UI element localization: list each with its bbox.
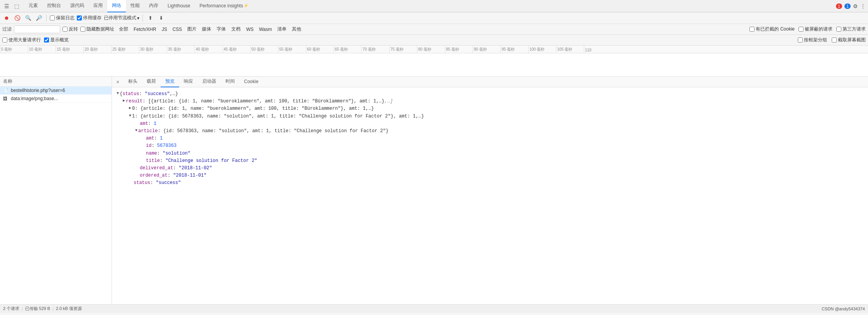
- cache-input[interactable]: [77, 15, 82, 20]
- options-bar: 使用大量请求行 显示概览 按框架分组 截取屏幕截图: [0, 35, 868, 46]
- timeline-tick: 105 毫秒: [556, 46, 584, 53]
- filter-other[interactable]: 其他: [290, 25, 303, 33]
- tab-network[interactable]: 网络: [107, 0, 126, 12]
- filter-manifest[interactable]: 清单: [275, 25, 289, 33]
- timeline-tick: 110: [584, 46, 612, 53]
- filter-input[interactable]: [14, 26, 60, 33]
- top-nav: ☰ ⬚ 元素 控制台 源代码 应用 网络 性能 内存 Lighthouse Pe…: [0, 0, 868, 12]
- tab-lighthouse[interactable]: Lighthouse: [163, 0, 195, 12]
- export-button[interactable]: ⬇: [157, 14, 165, 22]
- detail-tabs: × 标头 载荷 预览 响应 启动器 时间 Cookie: [112, 77, 868, 87]
- group-by-frame-checkbox[interactable]: 按框架分组: [798, 37, 827, 43]
- tab-memory[interactable]: 内存: [144, 0, 163, 12]
- timeline-tick: 80 毫秒: [417, 46, 445, 53]
- sidebar: 名称 📄 bestellhistorie.php?user=6 🖼 data:i…: [0, 77, 112, 304]
- more-options-icon[interactable]: ⋮: [860, 3, 866, 9]
- filter-media[interactable]: 媒体: [200, 25, 214, 33]
- filter-fetch-xhr[interactable]: Fetch/XHR: [131, 26, 159, 33]
- inspect-icon[interactable]: ⬚: [12, 2, 21, 10]
- record-button[interactable]: ⏺: [2, 14, 11, 22]
- toggle-1[interactable]: ▶: [123, 98, 125, 104]
- preview-content: ▼ {status: "success",…} ▶ result: [{arti…: [112, 87, 868, 304]
- toggle-3[interactable]: ▼: [129, 113, 131, 119]
- throttle-select[interactable]: 已停用节流模式 ▾: [104, 15, 139, 21]
- sidebar-item-1[interactable]: 🖼 data:image/png;base...: [0, 95, 112, 103]
- tab-performance[interactable]: 性能: [126, 0, 144, 12]
- filter-icon[interactable]: 🔍: [24, 14, 32, 22]
- filter-img[interactable]: 图片: [185, 25, 199, 33]
- capture-screenshot-checkbox[interactable]: 截取屏幕截图: [832, 37, 866, 43]
- toggle-2[interactable]: ▶: [129, 105, 131, 111]
- sidebar-item-text-0: bestellhistorie.php?user=6: [11, 88, 65, 93]
- filter-wasm[interactable]: Wasm: [257, 26, 275, 33]
- detail-tab-cookies[interactable]: Cookie: [239, 77, 263, 87]
- import-button[interactable]: ⬆: [146, 14, 154, 22]
- invert-checkbox[interactable]: 反转: [63, 26, 78, 32]
- toggle-0[interactable]: ▼: [117, 90, 119, 97]
- filter-type-buttons: 全部 Fetch/XHR JS CSS 图片 媒体 字体 文档 WS Wasm …: [117, 25, 303, 33]
- detail-tab-initiator[interactable]: 启动器: [198, 77, 221, 87]
- filter-font[interactable]: 字体: [214, 25, 228, 33]
- filter-css[interactable]: CSS: [170, 26, 185, 33]
- right-filter-checkboxes: 有已拦截的 Cookie 被屏蔽的请求 第三方请求: [749, 26, 866, 32]
- tab-sources[interactable]: 源代码: [66, 0, 89, 12]
- hide-data-urls-checkbox[interactable]: 隐藏数据网址: [80, 26, 114, 32]
- timeline-tick: 85 毫秒: [445, 46, 473, 53]
- timeline-tick: 20 毫秒: [83, 46, 111, 53]
- json-line-2: ▶ 0: {article: {id: 1, name: "bueroklamm…: [117, 105, 863, 112]
- filter-all[interactable]: 全部: [117, 25, 131, 33]
- json-line-0: ▼ {status: "success",…}: [117, 90, 863, 98]
- tab-performance-insights[interactable]: Performance insights: [195, 0, 256, 12]
- sidebar-item-0[interactable]: 📄 bestellhistorie.php?user=6: [0, 87, 112, 95]
- timeline-tick: 25 毫秒: [111, 46, 139, 53]
- detail-tab-preview[interactable]: 预览: [161, 77, 179, 87]
- toggle-5[interactable]: ▼: [135, 128, 137, 134]
- tab-application[interactable]: 应用: [89, 0, 107, 12]
- timeline-tick: 35 毫秒: [167, 46, 195, 53]
- file-icon-0: 📄: [3, 88, 9, 93]
- timeline-tick: 15 毫秒: [56, 46, 83, 53]
- tab-elements[interactable]: 元素: [24, 0, 42, 12]
- detail-tab-headers[interactable]: 标头: [124, 77, 142, 87]
- main-area: 名称 📄 bestellhistorie.php?user=6 🖼 data:i…: [0, 77, 868, 304]
- keep-log-input[interactable]: [50, 15, 55, 20]
- cache-checkbox[interactable]: 停用缓存: [77, 15, 102, 21]
- top-right-controls: 1 1 ⚙ ⋮: [836, 3, 866, 9]
- timeline-tick: 55 毫秒: [278, 46, 306, 53]
- clear-button[interactable]: 🚫: [13, 14, 22, 22]
- devtools-menu-icon[interactable]: ☰: [2, 2, 11, 10]
- settings-icon[interactable]: ⚙: [853, 3, 858, 9]
- sidebar-header: 名称: [0, 77, 112, 87]
- show-overview-checkbox[interactable]: 显示概览: [44, 37, 69, 43]
- third-party-checkbox[interactable]: 第三方请求: [836, 26, 866, 32]
- right-option-checkboxes: 按框架分组 截取屏幕截图: [798, 37, 866, 43]
- json-line-7: id: 5678363: [117, 142, 863, 150]
- detail-tab-response[interactable]: 响应: [179, 77, 198, 87]
- resource-size: 2.0 kB 项资源: [56, 306, 82, 312]
- detail-tab-timing[interactable]: 时间: [221, 77, 239, 87]
- search-button[interactable]: 🔎: [35, 14, 43, 22]
- filter-doc[interactable]: 文档: [229, 25, 243, 33]
- tab-console[interactable]: 控制台: [42, 0, 66, 12]
- detail-close-button[interactable]: ×: [114, 78, 122, 86]
- json-line-8: name: "solution": [117, 150, 863, 157]
- json-line-11: ordered_at: "2018-11-01": [117, 172, 863, 179]
- json-line-10: delivered_at: "2018-11-02": [117, 165, 863, 172]
- timeline-body: [0, 53, 868, 77]
- json-line-5: ▼ article: {id: 5678363, name: "solution…: [117, 128, 863, 135]
- timeline-tick: 90 毫秒: [473, 46, 500, 53]
- intercepted-cookie-checkbox[interactable]: 有已拦截的 Cookie: [749, 26, 795, 32]
- filter-ws[interactable]: WS: [244, 26, 256, 33]
- timeline-tick: 45 毫秒: [222, 46, 250, 53]
- timeline-tick: 100 毫秒: [528, 46, 556, 53]
- detail-tab-payload[interactable]: 载荷: [142, 77, 161, 87]
- filter-label: 过滤: [2, 26, 12, 32]
- timeline-tick: 30 毫秒: [139, 46, 167, 53]
- timeline-tick: 65 毫秒: [334, 46, 361, 53]
- filter-bar: 过滤 反转 隐藏数据网址 全部 Fetch/XHR JS CSS 图片 媒体 字…: [0, 24, 868, 35]
- keep-log-checkbox[interactable]: 保留日志: [50, 15, 75, 21]
- json-line-1: ▶ result: [{article: {id: 1, name: "buer…: [117, 98, 863, 105]
- blocked-request-checkbox[interactable]: 被屏蔽的请求: [798, 26, 832, 32]
- filter-js[interactable]: JS: [159, 26, 170, 33]
- large-rows-checkbox[interactable]: 使用大量请求行: [2, 37, 41, 43]
